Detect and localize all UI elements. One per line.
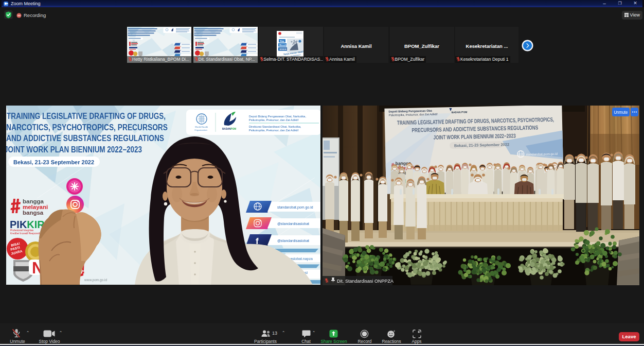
svg-text:TRAINING LEGISLATIVE DRAFTING: TRAINING LEGISLATIVE DRAFTING OF DRUGS,: [7, 112, 166, 120]
svg-text:www.pom.go.id: www.pom.go.id: [84, 278, 107, 282]
svg-text:Bekasi, 21-23 September 2022: Bekasi, 21-23 September 2022: [13, 159, 94, 165]
svg-text:Kredibel Inovatif Responsif: Kredibel Inovatif Responsif: [10, 232, 40, 235]
svg-text:bangsa: bangsa: [23, 210, 44, 216]
svg-text:BADANPOM: BADANPOM: [222, 128, 236, 130]
svg-text:Profesional Integritas: Profesional Integritas: [10, 229, 34, 232]
svg-text:@standardisasiobat: @standardisasiobat: [277, 239, 309, 243]
svg-text:Dit. Standardisasi ONPPZA: Dit. Standardisasi ONPPZA: [337, 279, 393, 284]
svg-text:WISDM: WISDM: [279, 48, 287, 50]
svg-text:JOINT WORK PLAN BIENNIUM 2022−: JOINT WORK PLAN BIENNIUM 2022−2023: [6, 145, 142, 154]
svg-text:AND ADDICTIVE SUBSTANCES REGUL: AND ADDICTIVE SUBSTANCES REGULATIONS: [6, 134, 164, 143]
svg-text:World Health: World Health: [195, 126, 208, 128]
svg-text:Unmute: Unmute: [614, 110, 628, 115]
svg-text:Siap: Siap: [280, 40, 284, 42]
svg-text:Psikotropika, Prekursor, dan Z: Psikotropika, Prekursor, dan Zat Adiktif: [249, 129, 299, 132]
svg-text:Direktorat Standardisasi Obat,: Direktorat Standardisasi Obat, Narkotika…: [249, 125, 301, 128]
svg-text:NARCOTICS, PSYCHOTROPICS, PREC: NARCOTICS, PSYCHOTROPICS, PRECURSORS: [6, 123, 168, 132]
svg-text:Menulis: Menulis: [279, 44, 288, 46]
svg-text:Organization: Organization: [194, 129, 207, 131]
svg-text:@standardisasiobat: @standardisasiobat: [277, 222, 309, 226]
svg-text:Deputi Bidang Pengawasan Obat,: Deputi Bidang Pengawasan Obat, Narkotika…: [249, 115, 306, 118]
svg-text:Psikotropika, Prekursor, dan Z: Psikotropika, Prekursor, dan Zat Adiktif: [249, 118, 299, 122]
svg-text:standarobat.pom.go.id: standarobat.pom.go.id: [277, 205, 313, 210]
svg-text:PIKKIR: PIKKIR: [10, 219, 45, 230]
